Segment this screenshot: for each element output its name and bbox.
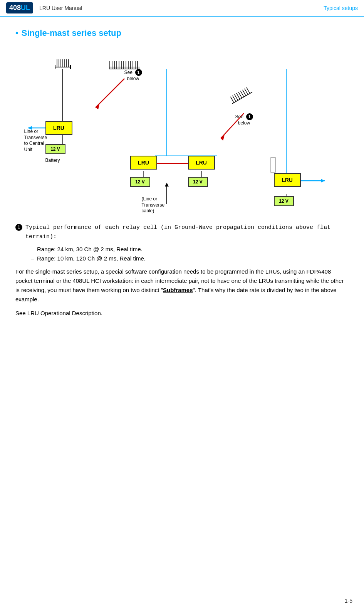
bullet-list: Range: 24 km, 30 Ch @ 2 ms, Real time. R… xyxy=(31,245,349,263)
logo-ul: UL xyxy=(21,4,30,12)
body-paragraph-2: See LRU Operational Description. xyxy=(15,309,349,318)
bullet-dot: • xyxy=(15,28,18,38)
volt-box-1: 12 V xyxy=(45,144,65,154)
circle-badge-1: 1 xyxy=(135,69,142,76)
line-transverse-label: Line orTransverseto CentralUnit xyxy=(24,129,47,153)
circle-badge-2: 1 xyxy=(246,113,253,120)
manual-title: LRU User Manual xyxy=(39,5,82,11)
svg-rect-51 xyxy=(271,158,275,172)
svg-marker-50 xyxy=(321,179,325,183)
diagram-area: LRU 12 V LRU 12 V LRU 12 V LRU 12 V xyxy=(24,46,340,212)
lru-box-1: LRU xyxy=(45,121,72,135)
volt-box-2: 12 V xyxy=(130,177,150,187)
note-text: Typical performance of each relay cell (… xyxy=(25,223,349,242)
section-heading: • Single-mast series setup xyxy=(15,28,349,38)
heading-text: Single-mast series setup xyxy=(22,28,121,38)
battery-label: Battery xyxy=(45,158,60,164)
bullet-item-2: Range: 10 km, 120 Ch @ 2 ms, Real time. xyxy=(31,254,349,263)
svg-marker-35 xyxy=(165,183,169,187)
note-circle-badge: 1 xyxy=(15,224,22,231)
volt-box-3: 12 V xyxy=(188,177,208,187)
lru-box-4: LRU xyxy=(274,173,301,187)
subframes-emphasis: Subframes xyxy=(163,287,193,293)
body-paragraph-1: For the single-mast series setup, a spec… xyxy=(15,267,349,304)
note-paragraph: 1 Typical performance of each relay cell… xyxy=(15,223,349,242)
logo-area: 408UL LRU User Manual xyxy=(6,2,82,13)
svg-line-14 xyxy=(96,79,124,108)
see-below-1: See 1below xyxy=(124,69,142,82)
line-cable-label: (Line orTransversecable) xyxy=(142,196,165,214)
section-title: Typical setups xyxy=(324,5,358,11)
page-number: 1-5 xyxy=(345,598,352,604)
lru-box-3: LRU xyxy=(188,156,215,170)
page-header: 408UL LRU User Manual Typical setups xyxy=(0,0,364,17)
volt-box-4: 12 V xyxy=(274,196,294,206)
logo-box: 408UL xyxy=(6,2,33,13)
see-below-2: See 1below xyxy=(235,113,253,126)
logo-text: 408 xyxy=(9,4,21,12)
lru-box-2: LRU xyxy=(130,156,157,170)
bullet-item-1: Range: 24 km, 30 Ch @ 2 ms, Real time. xyxy=(31,245,349,254)
page-content: • Single-mast series setup xyxy=(0,17,364,338)
